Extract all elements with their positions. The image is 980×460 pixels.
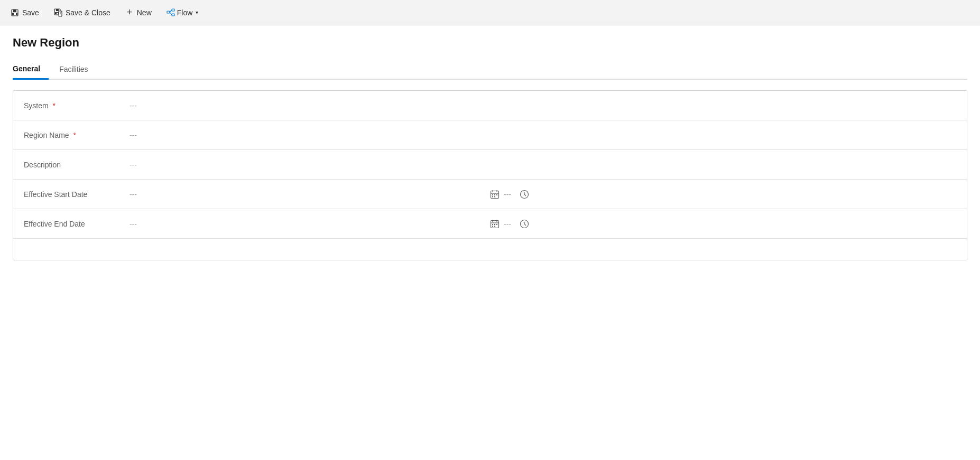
save-icon — [11, 8, 19, 17]
system-row: System * --- — [13, 91, 967, 120]
region-name-required-star: * — [73, 131, 76, 139]
save-close-icon — [54, 8, 62, 17]
clock-icon-start[interactable] — [520, 190, 529, 199]
svg-line-14 — [170, 10, 172, 12]
svg-rect-21 — [494, 194, 495, 195]
empty-row — [13, 239, 967, 260]
page-content: New Region General Facilities System * -… — [0, 25, 980, 271]
calendar-icon-start[interactable] — [490, 190, 500, 199]
flow-chevron-icon: ▾ — [196, 10, 198, 15]
effective-start-date-label: Effective Start Date — [24, 190, 130, 199]
svg-rect-13 — [172, 14, 174, 16]
tabs: General Facilities — [13, 60, 967, 80]
effective-end-date-left: Effective End Date --- — [24, 220, 490, 228]
effective-end-date-row: Effective End Date --- — [13, 209, 967, 239]
save-button[interactable]: Save — [4, 5, 45, 20]
svg-line-39 — [524, 224, 526, 226]
toolbar: Save Save & Close + New — [0, 0, 980, 25]
effective-start-date-row: Effective Start Date --- — [13, 180, 967, 209]
calendar-icon-end[interactable] — [490, 219, 500, 229]
flow-label: Flow — [177, 8, 193, 17]
svg-rect-35 — [492, 226, 493, 227]
description-row: Description --- — [13, 150, 967, 180]
svg-line-27 — [524, 194, 526, 196]
svg-line-15 — [170, 12, 172, 15]
svg-rect-34 — [496, 224, 497, 225]
region-name-row: Region Name * --- — [13, 120, 967, 150]
effective-end-time-date-value[interactable]: --- — [504, 220, 511, 228]
svg-rect-32 — [492, 224, 493, 225]
effective-start-time-date-value[interactable]: --- — [504, 190, 511, 199]
svg-rect-7 — [57, 13, 58, 14]
svg-rect-36 — [494, 226, 495, 227]
region-name-label: Region Name * — [24, 131, 130, 139]
svg-rect-23 — [492, 196, 493, 197]
effective-start-date-left: Effective Start Date --- — [24, 190, 490, 199]
description-value[interactable]: --- — [130, 161, 137, 169]
svg-rect-5 — [56, 9, 59, 11]
effective-start-date-group: --- — [490, 190, 529, 199]
new-label: New — [137, 8, 152, 17]
effective-end-date-right: --- — [490, 219, 956, 229]
form-card: System * --- Region Name * --- Descripti… — [13, 90, 967, 260]
svg-rect-33 — [494, 224, 495, 225]
tab-facilities[interactable]: Facilities — [59, 61, 96, 80]
system-required-star: * — [53, 101, 56, 110]
flow-icon — [167, 8, 175, 17]
effective-start-date-right: --- — [490, 190, 956, 199]
svg-rect-3 — [14, 13, 16, 15]
tab-general[interactable]: General — [13, 60, 49, 80]
effective-end-date-label: Effective End Date — [24, 220, 130, 228]
region-name-value[interactable]: --- — [130, 131, 137, 139]
effective-end-date-value[interactable]: --- — [130, 220, 137, 228]
system-label: System * — [24, 101, 130, 110]
save-label: Save — [22, 8, 39, 17]
svg-rect-20 — [492, 194, 493, 195]
svg-rect-22 — [496, 194, 497, 195]
clock-icon-end[interactable] — [520, 219, 529, 229]
effective-start-date-value[interactable]: --- — [130, 190, 137, 199]
effective-end-date-group: --- — [490, 219, 529, 229]
description-label: Description — [24, 161, 130, 169]
flow-button[interactable]: Flow ▾ — [160, 5, 205, 20]
save-close-button[interactable]: Save & Close — [48, 5, 117, 20]
new-button[interactable]: + New — [119, 5, 158, 20]
system-value[interactable]: --- — [130, 101, 137, 110]
new-icon: + — [125, 8, 134, 17]
svg-rect-24 — [494, 196, 495, 197]
page-title: New Region — [13, 36, 967, 50]
save-close-label: Save & Close — [66, 8, 110, 17]
svg-rect-11 — [167, 11, 170, 13]
svg-rect-12 — [172, 9, 174, 11]
svg-rect-1 — [13, 10, 16, 12]
